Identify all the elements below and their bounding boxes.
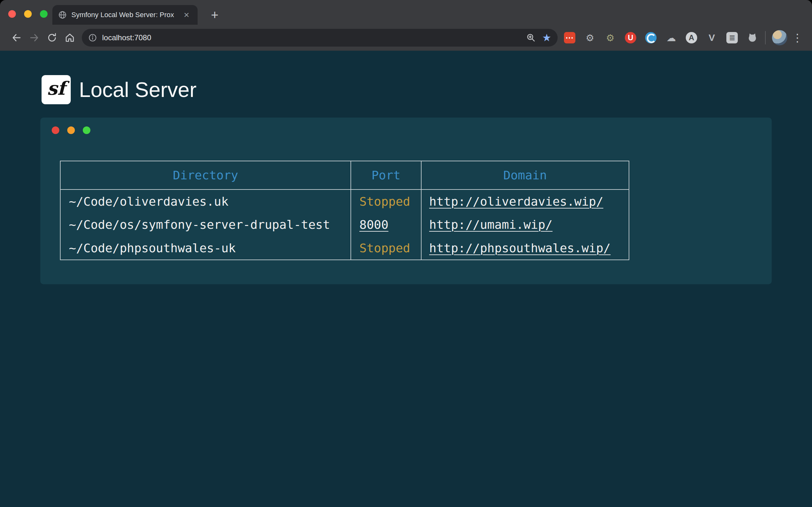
domain-link[interactable]: http://umami.wip/ (429, 218, 553, 232)
back-icon (11, 32, 22, 43)
directory-cell: ~/Code/phpsouthwales-uk (60, 236, 351, 260)
site-info-icon[interactable] (88, 33, 97, 42)
gear-extension-icon[interactable]: ⚙ (583, 32, 596, 44)
v-extension-icon[interactable]: V (705, 32, 718, 44)
column-header-directory: Directory (60, 161, 351, 189)
directory-cell: ~/Code/oliverdavies.uk (60, 189, 351, 213)
ublock-extension-icon[interactable]: U (624, 32, 637, 44)
cloud-extension-icon[interactable]: ☁ (665, 32, 677, 44)
browser-tab-active[interactable]: Symfony Local Web Server: Prox × (52, 5, 198, 25)
back-button[interactable] (8, 29, 26, 47)
directory-cell: ~/Code/os/symfony-server-drupal-test (60, 213, 351, 236)
new-tab-button[interactable]: + (207, 7, 223, 23)
symfony-logo-text: sf (47, 78, 65, 99)
port-cell: 8000 (351, 213, 421, 236)
window-controls (8, 10, 48, 18)
column-header-domain: Domain (421, 161, 629, 189)
toolbar-divider (765, 31, 766, 44)
blue-circle-extension-icon[interactable] (645, 32, 657, 44)
port-link[interactable]: 8000 (359, 218, 389, 232)
home-button[interactable] (61, 29, 79, 47)
card-extension-icon[interactable]: ≣ (726, 32, 739, 44)
orange-dot-icon (67, 126, 75, 134)
browser-window: Symfony Local Web Server: Prox × + (0, 0, 812, 507)
reload-button[interactable] (43, 29, 61, 47)
port-status: Stopped (359, 194, 410, 209)
column-header-port: Port (351, 161, 421, 189)
tab-close-icon[interactable]: × (181, 9, 192, 20)
table-row: ~/Code/os/symfony-server-drupal-test 800… (60, 213, 629, 236)
servers-table: Directory Port Domain ~/Code/oliverdavie… (60, 161, 629, 260)
dark-gear-extension-icon[interactable]: ⚙ (604, 32, 617, 44)
url-text[interactable]: localhost:7080 (102, 33, 151, 42)
forward-icon (29, 32, 40, 43)
port-status: Stopped (359, 241, 410, 255)
browser-menu-icon[interactable]: ⋮ (791, 31, 804, 45)
port-cell: Stopped (351, 189, 421, 213)
profile-avatar[interactable] (772, 30, 787, 45)
domain-cell: http://umami.wip/ (421, 213, 629, 236)
green-dot-icon (83, 126, 90, 134)
server-card: Directory Port Domain ~/Code/oliverdavie… (40, 118, 772, 284)
window-minimize-button[interactable] (24, 10, 32, 18)
domain-cell: http://phpsouthwales.wip/ (421, 236, 629, 260)
letter-a-extension-icon[interactable]: A (685, 32, 698, 44)
octocat-extension-icon[interactable] (746, 32, 759, 44)
window-close-button[interactable] (8, 10, 16, 18)
zoom-icon[interactable] (526, 33, 536, 43)
symfony-logo: sf (42, 75, 71, 104)
reload-icon (47, 32, 57, 43)
domain-link[interactable]: http://phpsouthwales.wip/ (429, 241, 611, 255)
red-grid-extension-icon[interactable]: ⋯ (563, 32, 576, 44)
domain-link[interactable]: http://oliverdavies.wip/ (429, 194, 603, 209)
tab-title: Symfony Local Web Server: Prox (71, 11, 177, 19)
home-icon (64, 32, 75, 43)
tab-strip: Symfony Local Web Server: Prox × + (0, 0, 812, 25)
page-title: Local Server (79, 78, 197, 102)
table-header-row: Directory Port Domain (60, 161, 629, 189)
page-content: sf Local Server Directory Port Domain (0, 51, 812, 507)
red-dot-icon (52, 126, 59, 134)
extensions-bar: ⋯ ⚙ ⚙ U ☁ A V ≣ (563, 32, 759, 44)
address-bar[interactable]: localhost:7080 ★ (82, 29, 558, 47)
window-fullscreen-button[interactable] (40, 10, 48, 18)
table-row: ~/Code/phpsouthwales-uk Stopped http://p… (60, 236, 629, 260)
brand-header: sf Local Server (42, 75, 812, 104)
port-cell: Stopped (351, 236, 421, 260)
bookmark-star-icon[interactable]: ★ (542, 33, 551, 43)
forward-button[interactable] (26, 29, 43, 47)
browser-toolbar: localhost:7080 ★ ⋯ ⚙ ⚙ (0, 25, 812, 51)
tab-favicon-globe-icon (58, 10, 67, 19)
terminal-dots (52, 126, 772, 134)
table-row: ~/Code/oliverdavies.uk Stopped http://ol… (60, 189, 629, 213)
domain-cell: http://oliverdavies.wip/ (421, 189, 629, 213)
